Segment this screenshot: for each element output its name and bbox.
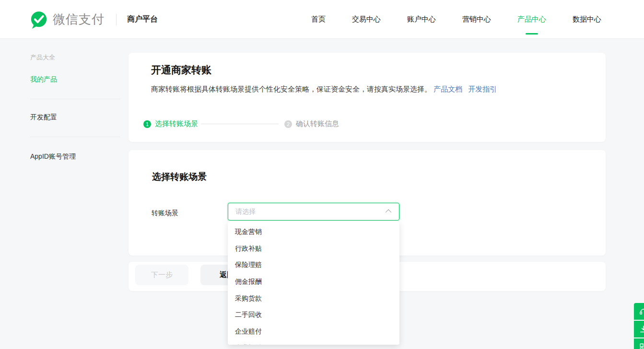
product-docs-link[interactable]: 产品文档 — [433, 85, 462, 93]
sidebar-section-label: 产品大全 — [30, 53, 55, 62]
sidebar-item-my-products[interactable]: 我的产品 — [30, 75, 57, 84]
option-commission-reward[interactable]: 佣金报酬 — [228, 274, 399, 291]
qrcode-button[interactable] — [634, 338, 644, 349]
nav-item-marketing-center[interactable]: 营销中心 — [462, 15, 491, 24]
stepper-connector — [201, 124, 279, 124]
sidebar-divider — [30, 99, 120, 99]
description-text: 商家转账将根据具体转账场景提供个性化安全策略，保证资金安全，请按真实场景选择。 — [151, 85, 432, 93]
form-heading: 选择转账场景 — [152, 171, 207, 183]
nav-item-transaction-center[interactable]: 交易中心 — [352, 15, 381, 24]
intro-card: 开通商家转账 商家转账将根据具体转账场景提供个性化安全策略，保证资金安全，请按真… — [129, 53, 606, 142]
brand-logo[interactable]: 微信支付 商户平台 — [30, 0, 158, 39]
dev-guide-link[interactable]: 开发指引 — [468, 85, 497, 93]
wechat-pay-logo-icon — [30, 11, 48, 29]
top-nav: 首页 交易中心 账户中心 营销中心 产品中心 数据中心 — [311, 0, 601, 39]
select-placeholder: 请选择 — [235, 208, 387, 216]
qrcode-icon — [639, 342, 644, 349]
option-procurement-payment[interactable]: 采购货款 — [228, 290, 399, 307]
nav-item-account-center[interactable]: 账户中心 — [407, 15, 436, 24]
option-admin-subsidy[interactable]: 行政补贴 — [228, 241, 399, 257]
transfer-scene-label: 转账场景 — [152, 209, 178, 218]
option-enterprise-reimbursement[interactable]: 企业报销 — [228, 340, 399, 345]
sidebar-divider — [30, 137, 120, 137]
platform-title: 商户平台 — [127, 14, 158, 24]
option-cash-marketing[interactable]: 现金营销 — [228, 224, 399, 241]
customer-service-button[interactable] — [634, 303, 644, 320]
top-header: 微信支付 商户平台 首页 交易中心 账户中心 营销中心 产品中心 数据中心 — [0, 0, 644, 39]
sidebar-item-dev-config[interactable]: 开发配置 — [30, 113, 57, 122]
step-1-badge: 1 — [143, 120, 151, 128]
step-2-label: 确认转账信息 — [296, 119, 339, 128]
transfer-scene-dropdown: 现金营销 行政补贴 保险理赔 佣金报酬 采购货款 二手回收 企业赔付 企业报销 — [228, 221, 399, 345]
option-secondhand-recycle[interactable]: 二手回收 — [228, 307, 399, 324]
step-2-badge: 2 — [284, 120, 292, 128]
sidebar-item-appid-management[interactable]: AppID账号管理 — [30, 152, 76, 161]
download-icon — [639, 325, 644, 334]
stepper: 1 选择转账场景 2 确认转账信息 — [143, 119, 339, 128]
download-button[interactable] — [634, 321, 644, 337]
option-enterprise-compensation[interactable]: 企业赔付 — [228, 324, 399, 340]
option-insurance-claim[interactable]: 保险理赔 — [228, 257, 399, 274]
header-divider — [116, 14, 117, 25]
page-description: 商家转账将根据具体转账场景提供个性化安全策略，保证资金安全，请按真实场景选择。 … — [151, 85, 497, 94]
nav-item-home[interactable]: 首页 — [311, 15, 326, 24]
brand-name: 微信支付 — [53, 11, 105, 28]
nav-item-data-center[interactable]: 数据中心 — [573, 15, 601, 24]
headset-icon — [639, 307, 644, 316]
transfer-scene-select[interactable]: 请选择 — [228, 203, 399, 221]
nav-item-product-center[interactable]: 产品中心 — [517, 15, 546, 24]
page-title: 开通商家转账 — [151, 63, 211, 77]
step-1-label: 选择转账场景 — [155, 119, 198, 128]
next-step-button[interactable]: 下一步 — [135, 265, 188, 285]
